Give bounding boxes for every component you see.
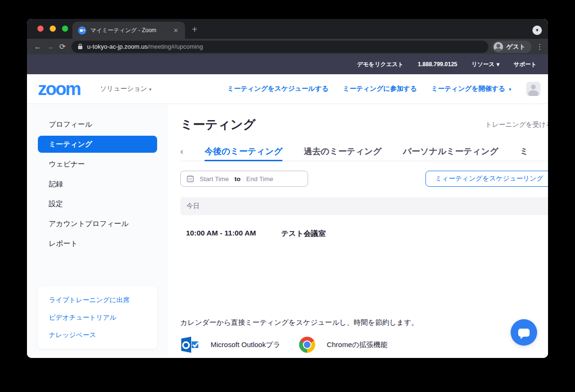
chat-bubble-icon (518, 329, 530, 337)
integrations-row: Microsoft Outlookプラ Chromeの拡張機能 (180, 336, 548, 353)
zoom-favicon-icon (78, 26, 86, 35)
sidebar-item-reports[interactable]: レポート (27, 234, 168, 253)
close-window-button[interactable] (37, 26, 44, 32)
browser-window: マイミーティング - Zoom ✕ + ▼ ← → ⟳ u-tokyo-ac-j… (27, 19, 548, 358)
tab-search-button[interactable]: ▼ (532, 26, 542, 35)
tab-title: マイミーティング - Zoom (90, 26, 167, 35)
guest-label: ゲスト (506, 43, 525, 51)
url-domain: u-tokyo-ac-jp.zoom.us (87, 43, 148, 50)
calendar-promo-text: カレンダーから直接ミーティングをスケジュールし、時間を節約します。 (180, 318, 548, 327)
zoom-web-page: デモをリクエスト 1.888.799.0125 リソース▾ サポート zoom … (27, 54, 548, 358)
knowledge-base-link[interactable]: ナレッジベース (49, 331, 152, 339)
new-tab-button[interactable]: + (192, 24, 197, 35)
chevron-down-icon: ▾ (149, 87, 151, 92)
host-meeting-dropdown[interactable]: ミーティングを開催する ▾ (431, 85, 511, 93)
sidebar-item-recordings[interactable]: 記録 (27, 174, 168, 194)
zoom-header-nav: ミーティングをスケジュールする ミーティングに参加する ミーティングを開催する … (227, 82, 540, 96)
sidebar-item-webinars[interactable]: ウェビナー (27, 154, 168, 174)
chrome-extension-link[interactable]: Chromeの拡張機能 (299, 337, 388, 353)
to-label: to (235, 175, 241, 183)
live-training-link[interactable]: ライブトレーニングに出席 (49, 296, 152, 304)
reload-icon[interactable]: ⟳ (56, 43, 69, 51)
sidebar-item-account-profile[interactable]: アカウントプロフィール (27, 214, 168, 234)
calendar-icon (186, 175, 194, 183)
sidebar-item-meetings[interactable]: ミーティング (38, 136, 157, 153)
maximize-window-button[interactable] (62, 26, 68, 32)
meeting-row[interactable]: 10:00 AM - 11:00 AM テスト会議室 (180, 229, 548, 239)
browser-menu-icon[interactable]: ⋮ (536, 43, 543, 51)
guest-profile-badge[interactable]: ゲスト (492, 41, 531, 53)
integration-label: Chromeの拡張機能 (327, 340, 388, 349)
zoom-logo[interactable]: zoom (38, 81, 80, 97)
request-demo-link[interactable]: デモをリクエスト (357, 61, 404, 69)
resources-dropdown[interactable]: リソース▾ (471, 61, 499, 69)
get-training-link[interactable]: トレーニングを受ける (485, 121, 548, 129)
close-tab-icon[interactable]: ✕ (171, 26, 180, 35)
meeting-tabs: ‹ 今後のミーティング 過去のミーティング パーソナルミーティング ミ › (180, 141, 548, 161)
tab-previous-meetings[interactable]: 過去のミーティング (304, 141, 382, 161)
video-tutorials-link[interactable]: ビデオチュートリアル (49, 314, 152, 322)
lock-icon (78, 44, 83, 50)
meeting-time: 10:00 AM - 11:00 AM (186, 229, 281, 239)
meeting-topic[interactable]: テスト会議室 (281, 229, 326, 239)
today-section-header: 今日 (180, 197, 548, 215)
window-controls (37, 26, 68, 32)
main-content: ミーティング トレーニングを受ける ‹ 今後のミーティング 過去のミーティング … (168, 104, 548, 358)
schedule-meeting-button[interactable]: ミィーティングをスケジューリング (425, 171, 548, 187)
chevron-down-icon: ▾ (509, 87, 511, 92)
chrome-icon (299, 337, 315, 353)
browser-toolbar: ← → ⟳ u-tokyo-ac-jp.zoom.us/meeting#/upc… (27, 39, 548, 54)
date-range-picker[interactable]: Start Time to End Time (180, 171, 308, 187)
sidebar-help-card: ライブトレーニングに出席 ビデオチュートリアル ナレッジベース (38, 286, 157, 349)
forward-icon[interactable]: → (44, 43, 56, 51)
address-bar[interactable]: u-tokyo-ac-jp.zoom.us/meeting#/upcoming (71, 41, 488, 53)
browser-tab[interactable]: マイミーティング - Zoom ✕ (72, 22, 185, 39)
browser-tabstrip: マイミーティング - Zoom ✕ + ▼ (27, 19, 548, 39)
solutions-dropdown[interactable]: ソリューション▾ (100, 85, 151, 93)
support-link[interactable]: サポート (513, 61, 537, 69)
outlook-icon (180, 336, 199, 353)
zoom-topbar: デモをリクエスト 1.888.799.0125 リソース▾ サポート (27, 54, 548, 74)
chevron-down-icon: ▾ (496, 61, 499, 68)
chevron-left-icon[interactable]: ‹ (180, 147, 183, 156)
schedule-meeting-link[interactable]: ミーティングをスケジュールする (227, 85, 328, 93)
outlook-plugin-link[interactable]: Microsoft Outlookプラ (180, 336, 280, 353)
sidebar: プロフィール ミーティング ウェビナー 記録 設定 アカウントプロフィール レポ… (27, 104, 168, 358)
page-title: ミーティング (180, 116, 256, 133)
zoom-header: zoom ソリューション▾ ミーティングをスケジュールする ミーティングに参加す… (27, 74, 548, 104)
page-body: プロフィール ミーティング ウェビナー 記録 設定 アカウントプロフィール レポ… (27, 104, 548, 358)
tab-truncated[interactable]: ミ (520, 141, 528, 161)
avatar[interactable] (526, 82, 540, 96)
end-time-placeholder[interactable]: End Time (246, 175, 273, 183)
phone-number: 1.888.799.0125 (418, 61, 457, 68)
chat-support-button[interactable] (511, 319, 537, 346)
url-path: /meeting#/upcoming (148, 43, 203, 50)
sidebar-item-profile[interactable]: プロフィール (27, 114, 168, 134)
join-meeting-link[interactable]: ミーティングに参加する (343, 85, 417, 93)
integration-label: Microsoft Outlookプラ (211, 340, 280, 349)
minimize-window-button[interactable] (50, 26, 56, 32)
start-time-placeholder[interactable]: Start Time (200, 175, 229, 183)
person-icon (494, 42, 503, 52)
back-icon[interactable]: ← (32, 43, 44, 51)
url-text: u-tokyo-ac-jp.zoom.us/meeting#/upcoming (87, 43, 203, 50)
tab-upcoming-meetings[interactable]: 今後のミーティング (204, 141, 283, 161)
tab-personal-meetings[interactable]: パーソナルミーティング (403, 141, 498, 161)
sidebar-item-settings[interactable]: 設定 (27, 194, 168, 214)
